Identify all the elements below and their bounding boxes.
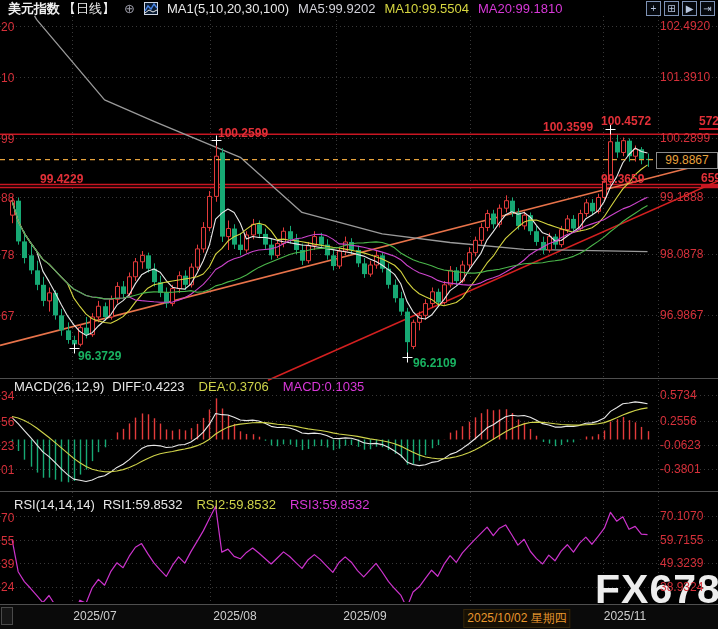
symbol-title: 美元指数 bbox=[8, 0, 60, 18]
add-indicator-icon[interactable]: ⊕ bbox=[124, 1, 135, 16]
macd-diff-value: DIFF:0.4223 bbox=[112, 379, 184, 394]
chart-toolbar: + ⊞ ▶ ⇥ bbox=[646, 1, 715, 16]
rsi2-value: RSI2:59.8532 bbox=[196, 497, 276, 512]
ma10-value: MA10:99.5504 bbox=[384, 1, 469, 16]
chart-canvas[interactable] bbox=[0, 0, 718, 629]
play-forward-tool-icon[interactable]: ▶ bbox=[682, 1, 697, 16]
axis-corner-box bbox=[1, 607, 13, 625]
chart-type-icon[interactable] bbox=[144, 2, 158, 15]
rsi-name: RSI(14,14,14) bbox=[14, 497, 95, 512]
macd-dea-value: DEA:0.3706 bbox=[199, 379, 269, 394]
rsi1-value: RSI1:59.8532 bbox=[103, 497, 183, 512]
zoom-fit-tool-icon[interactable]: ⊞ bbox=[664, 1, 679, 16]
rsi3-value: RSI3:59.8532 bbox=[290, 497, 370, 512]
chart-header: 美元指数【日线】 ⊕ MA1(5,10,20,30,100) MA5:99.92… bbox=[0, 0, 718, 17]
crosshair-tool-icon[interactable]: + bbox=[646, 1, 661, 16]
macd-macd-value: MACD:0.1035 bbox=[283, 379, 365, 394]
price-marker: 99.8867 bbox=[656, 152, 718, 169]
interval-label: 【日线】 bbox=[63, 0, 115, 18]
ma20-value: MA20:99.1810 bbox=[478, 1, 563, 16]
rsi-header: RSI(14,14,14) RSI1:59.8532 RSI2:59.8532 … bbox=[14, 497, 369, 512]
ma-settings-label: MA1(5,10,20,30,100) bbox=[167, 1, 289, 16]
go-to-end-tool-icon[interactable]: ⇥ bbox=[700, 1, 715, 16]
watermark-logo: FX678 bbox=[595, 566, 718, 613]
macd-header: MACD(26,12,9) DIFF:0.4223 DEA:0.3706 MAC… bbox=[14, 379, 364, 394]
macd-name: MACD(26,12,9) bbox=[14, 379, 104, 394]
ma5-value: MA5:99.9202 bbox=[298, 1, 375, 16]
